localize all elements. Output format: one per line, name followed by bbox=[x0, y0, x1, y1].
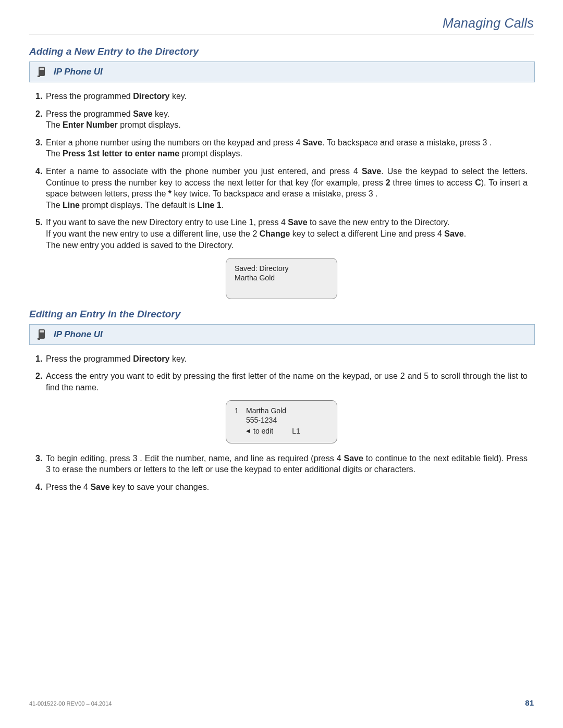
ip-phone-ui-banner: IP Phone UI bbox=[29, 61, 535, 82]
step-1: Press the programmed Directory key. bbox=[35, 91, 528, 102]
banner-label: IP Phone UI bbox=[54, 67, 103, 77]
step-4: Press the 4 Save key to save your change… bbox=[35, 482, 528, 493]
section-title-add-entry: Adding a New Entry to the Directory bbox=[29, 46, 534, 57]
step-4: Enter a name to associate with the phone… bbox=[35, 166, 528, 211]
lcd-line: Martha Gold bbox=[235, 273, 328, 282]
lcd-line-label: L1 bbox=[292, 426, 300, 436]
lcd-edit-entry: 1 Martha Gold 555-1234 ◀ to edit L1 bbox=[226, 400, 337, 443]
doc-revision: 41-001522-00 REV00 – 04.2014 bbox=[29, 700, 112, 707]
section-title-edit-entry: Editing an Entry in the Directory bbox=[29, 309, 534, 320]
banner-label: IP Phone UI bbox=[54, 329, 103, 340]
steps-edit-entry: Press the programmed Directory key. Acce… bbox=[29, 353, 534, 393]
step-3: To begin editing, press 3 . Edit the num… bbox=[35, 453, 528, 475]
lcd-edit-label: to edit bbox=[253, 426, 273, 436]
lcd-index: 1 bbox=[235, 406, 242, 415]
step-2: Access the entry you want to edit by pre… bbox=[35, 371, 528, 393]
lcd-name: Martha Gold bbox=[246, 406, 286, 415]
page: Managing Calls Adding a New Entry to the… bbox=[0, 0, 563, 728]
page-footer: 41-001522-00 REV00 – 04.2014 81 bbox=[29, 698, 534, 707]
page-header-title: Managing Calls bbox=[29, 16, 534, 31]
phone-icon bbox=[30, 328, 54, 341]
step-2: Press the programmed Save key. The Enter… bbox=[35, 108, 528, 131]
svg-rect-1 bbox=[40, 68, 44, 70]
triangle-left-icon: ◀ bbox=[246, 427, 250, 434]
steps-edit-entry-cont: To begin editing, press 3 . Edit the num… bbox=[29, 453, 534, 493]
lcd-line: Saved: Directory bbox=[235, 264, 328, 273]
lcd-saved-directory: Saved: Directory Martha Gold bbox=[226, 258, 337, 299]
svg-rect-3 bbox=[40, 330, 44, 332]
step-1: Press the programmed Directory key. bbox=[35, 353, 528, 365]
lcd-number: 555-1234 bbox=[246, 415, 277, 425]
phone-icon bbox=[30, 66, 54, 78]
step-5: If you want to save the new Directory en… bbox=[35, 217, 528, 251]
page-number: 81 bbox=[525, 698, 534, 707]
ip-phone-ui-banner: IP Phone UI bbox=[29, 324, 535, 345]
header-rule bbox=[29, 34, 534, 34]
steps-add-entry: Press the programmed Directory key. Pres… bbox=[29, 91, 534, 251]
step-3: Enter a phone number using the numbers o… bbox=[35, 137, 528, 159]
